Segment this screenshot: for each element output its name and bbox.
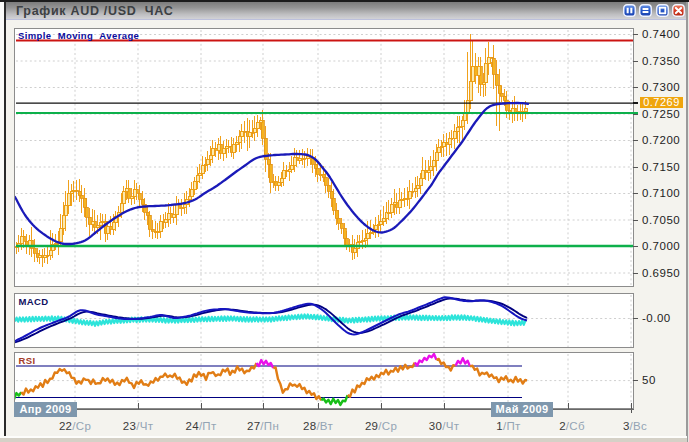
svg-text:RSI: RSI <box>19 355 36 366</box>
svg-text:MACD: MACD <box>19 296 49 307</box>
svg-text:Simple Moving Average: Simple Moving Average <box>18 30 139 41</box>
